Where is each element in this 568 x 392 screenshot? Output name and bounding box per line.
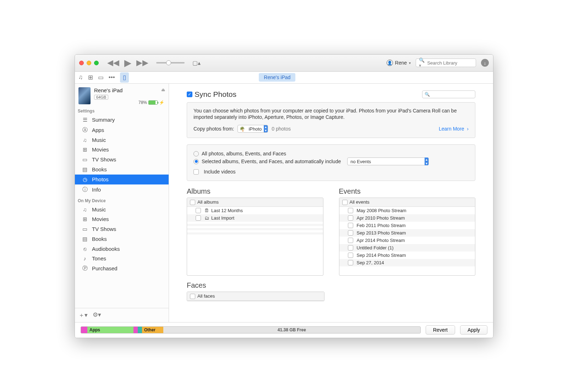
- tv-icon: ▭: [81, 156, 88, 163]
- more-tab-icon[interactable]: •••: [109, 74, 115, 81]
- music-icon: ♫: [81, 206, 88, 212]
- list-item[interactable]: Untitled Folder (1): [339, 244, 475, 252]
- radio-all[interactable]: All photos, albums, Events, and Faces: [193, 151, 469, 156]
- storage-seg: [81, 327, 87, 333]
- sidebar-item-apps[interactable]: ⒶApps: [75, 125, 169, 135]
- media-toolbar: ♫ ⊞ ▭ ••• ▯ Rene's iPad: [75, 72, 493, 84]
- battery-row: 78% ⚡: [75, 100, 169, 105]
- sidebar-item-tones[interactable]: ♪Tones: [75, 254, 169, 263]
- storage-free: 41.38 GB Free: [163, 327, 420, 333]
- list-item[interactable]: All events: [339, 198, 475, 207]
- storage-seg: [133, 327, 138, 333]
- chevron-down-icon: ▾: [409, 61, 411, 65]
- charging-icon: ⚡: [159, 100, 164, 105]
- list-item[interactable]: May 2008 Photo Stream: [339, 207, 475, 214]
- prev-icon[interactable]: ◀◀: [107, 58, 119, 67]
- sidebar-item-tvshows[interactable]: ▭TV Shows: [75, 155, 169, 165]
- sidebar-item-purchased[interactable]: ⓅPurchased: [75, 263, 169, 274]
- device-name: Rene's iPad: [94, 87, 158, 93]
- copy-from-label: Copy photos from:: [193, 126, 234, 132]
- list-item[interactable]: Feb 2011 Photo Stream: [339, 222, 475, 229]
- sidebar-item-summary[interactable]: ☰Summary: [75, 115, 169, 125]
- sidebar-item-music[interactable]: ♫Music: [75, 135, 169, 145]
- search-field[interactable]: [427, 60, 473, 66]
- airplay-icon[interactable]: ▢▴: [192, 60, 201, 66]
- books-icon: ▤: [81, 236, 88, 242]
- sidebar-footer: ＋▾ ⚙▾: [75, 308, 169, 322]
- albums-title: Albums: [187, 187, 323, 195]
- purchased-icon: Ⓟ: [81, 265, 88, 272]
- list-item[interactable]: Sep 2014 Photo Stream: [339, 252, 475, 259]
- apply-button[interactable]: Apply: [460, 325, 487, 335]
- account-name: Rene: [395, 60, 407, 66]
- sidebar-item-info[interactable]: ⓘInfo: [75, 184, 169, 195]
- movies-icon: ⊞: [81, 216, 88, 222]
- sidebar-item-odbooks[interactable]: ▤Books: [75, 234, 169, 244]
- download-icon[interactable]: ↓: [481, 59, 489, 67]
- music-tab-icon[interactable]: ♫: [78, 74, 83, 81]
- events-title: Events: [339, 187, 476, 195]
- events-list: All events May 2008 Photo Stream Apr 201…: [339, 198, 476, 276]
- copy-from-selector[interactable]: 🌴 iPhoto ▴▾: [237, 125, 268, 133]
- radio-selected[interactable]: Selected albums, Events, and Faces, and …: [193, 158, 469, 165]
- tones-icon: ♪: [81, 255, 88, 261]
- learn-more-link[interactable]: Learn More ›: [439, 126, 469, 132]
- footer: Apps Other 41.38 GB Free Revert Apply: [75, 322, 493, 338]
- search-icon: 🔍▾: [419, 57, 426, 68]
- sync-desc: You can choose which photos from your co…: [193, 107, 469, 121]
- list-item[interactable]: Sep 2013 Photo Stream: [339, 229, 475, 237]
- sidebar-item-odmovies[interactable]: ⊞Movies: [75, 214, 169, 224]
- account-menu[interactable]: 👤 Rene ▾: [387, 60, 411, 66]
- filter-input[interactable]: 🔍: [422, 90, 475, 98]
- sidebar-item-books[interactable]: ▤Books: [75, 165, 169, 175]
- calendar-icon: 🗓: [204, 208, 209, 213]
- add-icon[interactable]: ＋▾: [78, 311, 88, 319]
- summary-icon: ☰: [81, 117, 88, 123]
- faces-list: All faces: [187, 292, 324, 301]
- books-icon: ▤: [81, 166, 88, 173]
- battery-percent: 78%: [138, 100, 147, 105]
- storage-seg-apps: Apps: [87, 327, 133, 333]
- movies-tab-icon[interactable]: ⊞: [88, 74, 93, 81]
- revert-button[interactable]: Revert: [426, 325, 455, 335]
- sync-title: Sync Photos: [195, 90, 236, 99]
- auto-include-select[interactable]: no Events ▴▾: [347, 158, 429, 165]
- play-icon[interactable]: ▶: [124, 57, 131, 68]
- close-icon[interactable]: [79, 61, 84, 65]
- sidebar-item-photos[interactable]: ◷Photos: [75, 175, 169, 184]
- device-pill[interactable]: Rene's iPad: [259, 73, 295, 82]
- audiobooks-icon: ⎋: [81, 246, 88, 252]
- storage-seg-other: Other: [142, 327, 163, 333]
- sidebar-item-odmusic[interactable]: ♫Music: [75, 205, 169, 214]
- albums-column: Albums All albums 🗓Last 12 Months 🗂Last …: [187, 187, 323, 276]
- fullscreen-icon[interactable]: [94, 61, 99, 65]
- faces-title: Faces: [187, 281, 475, 289]
- list-item[interactable]: Apr 2010 Photo Stream: [339, 214, 475, 222]
- gear-icon[interactable]: ⚙▾: [93, 311, 101, 319]
- eject-icon[interactable]: ⏏: [161, 87, 165, 92]
- photo-count: 0 photos: [272, 126, 291, 132]
- search-icon: 🔍: [425, 92, 430, 97]
- minimize-icon[interactable]: [87, 61, 91, 65]
- volume-slider[interactable]: [156, 62, 185, 64]
- list-item[interactable]: 🗂Last Import: [187, 214, 323, 222]
- storage-seg: [138, 327, 142, 333]
- itunes-window: ◀◀ ▶ ▶▶ ▢▴ 👤 Rene ▾ 🔍▾ ↓ ♫ ⊞ ▭ ••• ▯ Ren…: [75, 54, 493, 338]
- sidebar-item-movies[interactable]: ⊞Movies: [75, 145, 169, 155]
- sync-checkbox[interactable]: ✓: [187, 92, 192, 97]
- list-item[interactable]: All albums: [187, 198, 323, 207]
- list-item[interactable]: Sep 27, 2014: [339, 259, 475, 266]
- device-tab-icon[interactable]: ▯: [120, 72, 129, 83]
- sidebar-item-odtv[interactable]: ▭TV Shows: [75, 224, 169, 234]
- window-controls: [79, 61, 99, 65]
- user-icon: 👤: [387, 60, 393, 66]
- capacity-badge: 64GB: [94, 95, 108, 100]
- list-item[interactable]: All faces: [187, 292, 324, 301]
- list-item[interactable]: Apr 2014 Photo Stream: [339, 237, 475, 244]
- include-videos-checkbox[interactable]: Include videos: [193, 169, 469, 175]
- sidebar-item-audiobooks[interactable]: ⎋Audiobooks: [75, 244, 169, 254]
- tv-tab-icon[interactable]: ▭: [98, 74, 104, 81]
- list-item[interactable]: 🗓Last 12 Months: [187, 207, 323, 214]
- search-input[interactable]: 🔍▾: [416, 59, 476, 67]
- next-icon[interactable]: ▶▶: [136, 58, 148, 67]
